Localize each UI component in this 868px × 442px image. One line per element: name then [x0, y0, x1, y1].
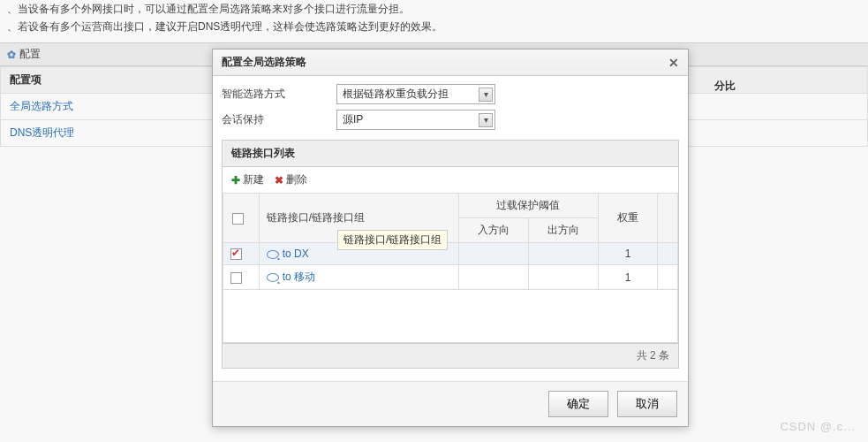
- column-header-fragment: 分比: [714, 79, 736, 94]
- link-interface-panel: 链路接口列表 ✚ 新建 ✖ 删除 链路接口/链路接口组 过载保护阈值: [222, 140, 679, 369]
- select-all-checkbox[interactable]: [232, 213, 244, 225]
- configure-global-routing-dialog: 配置全局选路策略 ✕ 智能选路方式 根据链路权重负载分担 ▾ 会话保持 源IP …: [212, 49, 689, 427]
- routing-mode-label: 智能选路方式: [222, 87, 328, 102]
- row-checkbox[interactable]: [230, 272, 242, 284]
- config-label: 配置: [19, 47, 41, 62]
- link-icon: ∘: [267, 273, 279, 282]
- col-out: 出方向: [528, 218, 598, 243]
- column-tooltip: 链路接口/链路接口组: [337, 230, 448, 250]
- close-icon[interactable]: ✕: [668, 56, 679, 70]
- session-persist-value: 源IP: [343, 112, 363, 127]
- plus-icon: ✚: [231, 174, 240, 187]
- x-icon: ✖: [275, 174, 283, 187]
- routing-mode-value: 根据链路权重负载分担: [343, 87, 449, 102]
- session-persist-select[interactable]: 源IP ▾: [336, 110, 495, 130]
- delete-button[interactable]: ✖ 删除: [275, 172, 307, 187]
- panel-title: 链路接口列表: [223, 141, 678, 167]
- context-description: 、当设备有多个外网接口时，可以通过配置全局选路策略来对多个接口进行流量分担。 、…: [0, 0, 868, 42]
- chevron-down-icon: ▾: [479, 113, 493, 127]
- table-row[interactable]: ∘to DX 1: [223, 243, 678, 265]
- table-row[interactable]: ∘to 移动 1: [223, 265, 678, 290]
- routing-mode-select[interactable]: 根据链路权重负载分担 ▾: [336, 84, 495, 104]
- row-name: to 移动: [283, 271, 315, 283]
- gear-icon: ✿: [7, 49, 16, 61]
- panel-footer-count: 共 2 条: [223, 343, 678, 368]
- watermark: CSDN @.c...: [780, 420, 856, 433]
- interface-table: 链路接口/链路接口组 过载保护阈值 权重 入方向 出方向 ∘to DX: [223, 193, 678, 343]
- ok-button[interactable]: 确定: [548, 391, 608, 417]
- link-icon: ∘: [267, 250, 279, 259]
- add-button[interactable]: ✚ 新建: [231, 172, 264, 187]
- cancel-button[interactable]: 取消: [617, 391, 677, 417]
- col-weight: 权重: [598, 194, 658, 243]
- dialog-title: 配置全局选路策略: [222, 55, 306, 70]
- col-overload: 过载保护阈值: [458, 194, 598, 218]
- row-name: to DX: [283, 248, 309, 260]
- session-persist-label: 会话保持: [222, 112, 328, 127]
- chevron-down-icon: ▾: [479, 88, 493, 102]
- row-checkbox[interactable]: [230, 248, 242, 260]
- col-in: 入方向: [458, 218, 528, 243]
- dialog-titlebar: 配置全局选路策略 ✕: [213, 50, 688, 76]
